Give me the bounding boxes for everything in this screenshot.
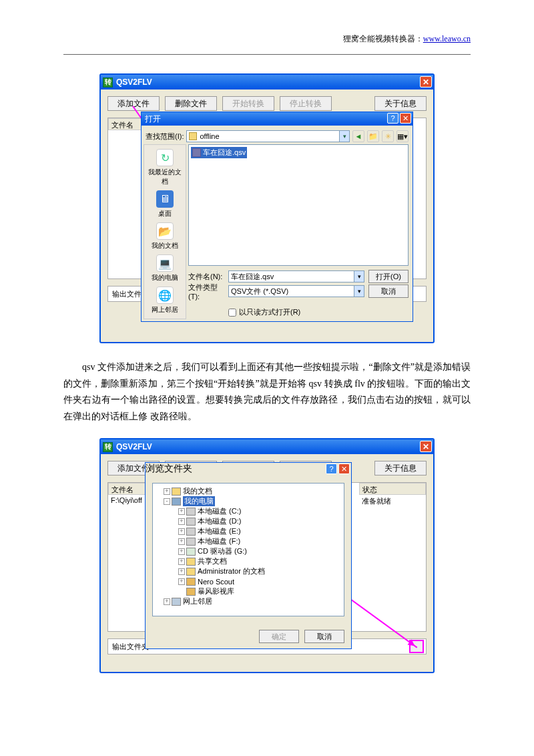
expand-icon[interactable]: + [164,598,170,605]
app-window-2: 转 QSV2FLV ✕ 添加文件 删除文件 开始转换 停止转换 关于信息 文件名… [99,438,435,673]
expand-icon[interactable]: + [178,558,185,565]
readonly-checkbox-row[interactable]: 以只读方式打开(R) [228,307,300,317]
delete-file-button[interactable]: 删除文件 [165,96,217,111]
cancel-button[interactable]: 取消 [304,630,344,643]
drive-icon [186,528,196,536]
expand-icon[interactable]: + [178,568,185,575]
expand-icon[interactable]: + [178,548,185,555]
drive-icon [186,538,196,546]
cd-drive-icon [186,548,196,556]
cancel-button[interactable]: 取消 [368,285,409,298]
up-folder-icon[interactable]: 📁 [367,130,379,142]
folder-icon [186,558,196,566]
filename-label: 文件名(N): [188,272,224,282]
expand-icon[interactable]: + [178,528,185,535]
page-header: 狸窝全能视频转换器：www.leawo.cn [63,33,471,55]
open-dialog-title: 打开 [145,114,161,125]
browse-folder-dialog: 浏览文件夹 ? ✕ +我的文档 -我的电脑 +本地磁盘 (C:) +本地磁盘 (… [145,462,352,649]
network-icon: 🌐 [156,287,174,304]
folder-icon [189,132,197,140]
tree-node-drive-d[interactable]: +本地磁盘 (D:) [154,516,342,526]
browse-button-row: 确定 取消 [259,630,344,643]
about-button[interactable]: 关于信息 [374,96,427,111]
desktop-icon: 🖥 [156,190,174,208]
tree-node-mycomp[interactable]: -我的电脑 [154,496,342,506]
cell-state: 准备就绪 [359,495,426,508]
tree-node-mydocs[interactable]: +我的文档 [154,486,342,496]
place-netplaces[interactable]: 🌐网上邻居 [146,285,184,316]
app-icon: 转 [103,77,113,87]
place-mydocs[interactable]: 📂我的文档 [146,221,184,252]
drive-icon [186,518,196,526]
place-mycomp[interactable]: 💻我的电脑 [146,253,184,284]
tree-node-shared[interactable]: +共享文档 [154,556,342,566]
recent-icon: ↻ [156,149,174,166]
close-icon[interactable]: ✕ [400,113,411,124]
stop-convert-button[interactable]: 停止转换 [280,96,332,111]
expand-icon[interactable]: + [164,488,170,495]
close-icon[interactable]: ✕ [420,441,432,452]
tree-node-drive-c[interactable]: +本地磁盘 (C:) [154,506,342,516]
new-folder-icon[interactable]: ✳ [382,130,394,142]
look-in-row: 查找范围(I): offline ▾ ◄ 📁 ✳ ▦▾ [146,130,409,143]
column-header-state[interactable]: 状态 [359,483,426,495]
folder-icon [186,568,196,576]
back-icon[interactable]: ◄ [352,130,364,142]
places-bar: ↻我最近的文档 🖥桌面 📂我的文档 💻我的电脑 🌐网上邻居 [144,144,186,319]
browse-dialog-titlebar: 浏览文件夹 ? ✕ [146,463,351,475]
titlebar-2: 转 QSV2FLV ✕ [101,439,433,454]
computer-icon: 💻 [156,254,174,272]
tree-node-cd[interactable]: +CD 驱动器 (G:) [154,546,342,556]
expand-icon[interactable]: + [178,538,185,545]
output-label: 输出文件夹 [112,642,149,652]
tree-node-nero[interactable]: +Nero Scout [154,576,342,586]
ok-button[interactable]: 确定 [259,630,299,643]
close-icon[interactable]: ✕ [420,76,432,87]
filename-input[interactable]: 车在囧途.qsv▾ [228,270,364,282]
readonly-label: 以只读方式打开(R) [239,307,300,317]
place-recent[interactable]: ↻我最近的文档 [146,148,184,188]
qsv-file-icon [192,148,201,157]
expand-icon[interactable]: + [178,578,185,585]
filetype-combo[interactable]: QSV文件 (*.QSV)▾ [228,285,364,297]
figure-2: 转 QSV2FLV ✕ 添加文件 删除文件 开始转换 停止转换 关于信息 文件名… [63,438,471,673]
titlebar-1: 转 QSV2FLV ✕ [101,75,433,89]
header-link[interactable]: www.leawo.cn [423,34,471,43]
help-icon[interactable]: ? [387,113,398,124]
toolbar-1: 添加文件 删除文件 开始转换 停止转换 关于信息 [107,96,427,111]
close-icon[interactable]: ✕ [338,463,350,474]
figure-1: 转 QSV2FLV ✕ 添加文件 删除文件 开始转换 停止转换 关于信息 文件名… [63,73,471,343]
place-desktop[interactable]: 🖥桌面 [146,189,184,220]
titlebar-text: QSV2FLV [116,77,152,87]
about-button[interactable]: 关于信息 [374,461,427,476]
file-item-selected[interactable]: 车在囧途.qsv [191,147,247,158]
file-area[interactable]: 车在囧途.qsv [188,144,409,266]
view-menu-icon[interactable]: ▦▾ [396,130,409,142]
drive-icon [186,508,196,516]
tree-node-netplaces[interactable]: +网上邻居 [154,596,342,606]
chevron-down-icon[interactable]: ▾ [354,286,364,297]
chevron-down-icon[interactable]: ▾ [354,271,364,282]
tree-node-drive-e[interactable]: +本地磁盘 (E:) [154,526,342,536]
open-dialog-titlebar: 打开 ? ✕ [142,112,413,126]
start-convert-button[interactable]: 开始转换 [222,96,274,111]
output-label: 输出文件 [112,289,142,299]
column-header-filename[interactable]: 文件名 [108,483,148,495]
tree-node-admin[interactable]: +Administrator 的文档 [154,566,342,576]
open-button[interactable]: 打开(O) [368,270,409,283]
collapse-icon[interactable]: - [164,498,170,505]
computer-icon [172,498,181,506]
folder-tree[interactable]: +我的文档 -我的电脑 +本地磁盘 (C:) +本地磁盘 (D:) +本地磁盘 … [152,483,344,616]
look-in-combo[interactable]: offline ▾ [186,130,350,142]
help-icon[interactable]: ? [326,463,337,474]
readonly-checkbox[interactable] [228,309,236,317]
look-in-label: 查找范围(I): [146,132,184,142]
filetype-row: 文件类型(T): QSV文件 (*.QSV)▾ 取消 [188,285,409,298]
folder-icon [186,578,196,586]
app-window-1: 转 QSV2FLV ✕ 添加文件 删除文件 开始转换 停止转换 关于信息 文件名… [99,73,435,343]
chevron-down-icon[interactable]: ▾ [339,131,349,142]
expand-icon[interactable]: + [178,518,185,525]
expand-icon[interactable]: + [178,508,185,515]
tree-node-baofeng[interactable]: 暴风影视库 [154,586,342,596]
tree-node-drive-f[interactable]: +本地磁盘 (F:) [154,536,342,546]
